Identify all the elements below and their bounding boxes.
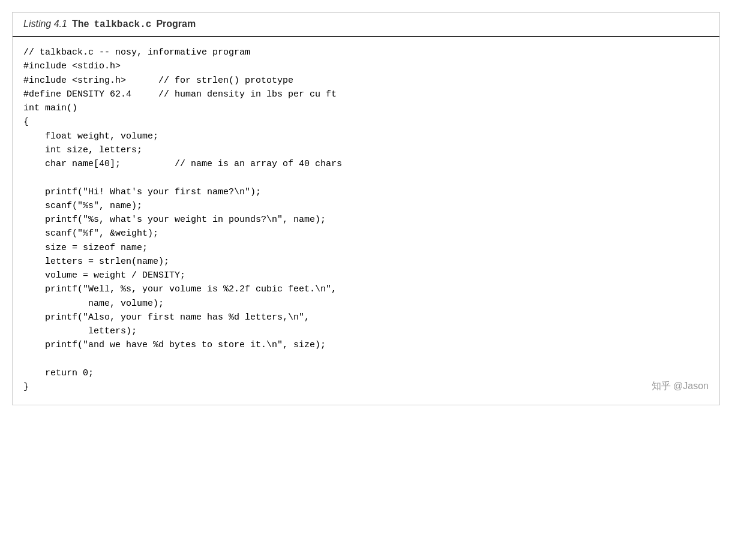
code-block: // talkback.c -- nosy, informative progr… bbox=[13, 37, 719, 405]
listing-title-bold: The bbox=[72, 19, 89, 29]
watermark: 知乎 @Jason bbox=[652, 379, 709, 394]
listing-header: Listing 4.1 The talkback.c Program bbox=[13, 13, 719, 37]
listing-title-rest: Program bbox=[156, 19, 196, 29]
listing-container: Listing 4.1 The talkback.c Program // ta… bbox=[12, 12, 720, 405]
listing-title-code: talkback.c bbox=[94, 19, 151, 30]
listing-label: Listing 4.1 bbox=[23, 19, 67, 29]
